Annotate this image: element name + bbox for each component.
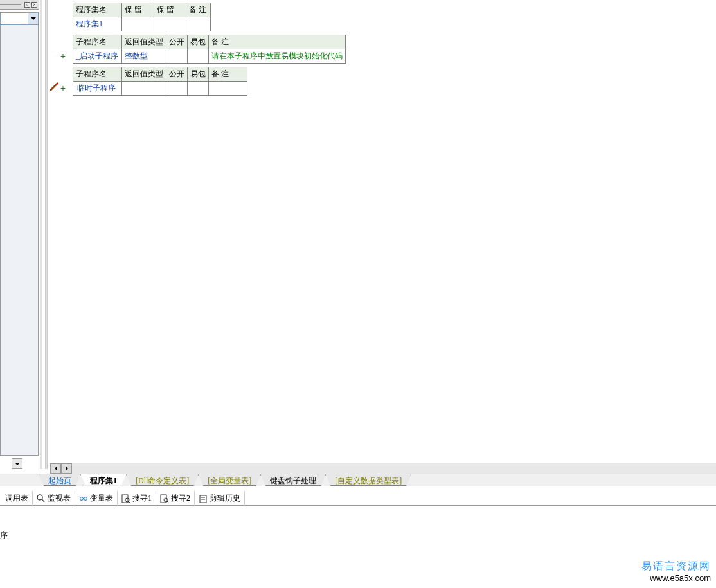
cell-return-type[interactable]: 整数型: [122, 49, 166, 64]
search-page-icon: [121, 494, 130, 503]
cell-empty[interactable]: [188, 49, 209, 64]
cell-note[interactable]: 请在本子程序中放置易模块初始化代码: [209, 49, 346, 64]
tab-global-vars[interactable]: [全局变量表]: [198, 474, 261, 486]
col-return-type: 返回值类型: [122, 35, 166, 49]
cell-sub-name[interactable]: _启动子程序: [73, 49, 122, 64]
tool-clip-label: 剪辑历史: [210, 493, 240, 504]
cell-empty[interactable]: [166, 82, 188, 96]
text-cursor: [76, 85, 76, 93]
tab-assembly-1[interactable]: 程序集1: [80, 474, 127, 485]
table-row[interactable]: 程序集1: [73, 17, 211, 31]
cell-empty[interactable]: [166, 49, 188, 64]
cell-empty[interactable]: [188, 82, 209, 96]
tool-clip-history[interactable]: 剪辑历史: [195, 491, 245, 506]
cell-empty[interactable]: [154, 17, 186, 31]
cell-empty[interactable]: [209, 82, 247, 96]
panel-titlebar: ▫ ×: [0, 0, 39, 10]
scroll-left-button[interactable]: [50, 463, 61, 474]
svg-line-10: [167, 501, 168, 503]
tool-search-2[interactable]: 搜寻2: [156, 491, 195, 506]
glasses-icon: [79, 494, 88, 503]
tool-var-label: 变量表: [90, 493, 113, 504]
panel-dock-button[interactable]: ▫: [24, 2, 30, 8]
svg-point-2: [80, 497, 84, 500]
horizontal-scrollbar[interactable]: [50, 463, 716, 474]
dropdown-arrow-icon[interactable]: [28, 13, 38, 24]
tool-search2-label: 搜寻2: [171, 493, 190, 504]
file-tab-bar: 起始页 程序集1 [Dll命令定义表] [全局变量表] 键盘钩子处理 [自定义数…: [0, 474, 716, 486]
cell-assembly-name[interactable]: 程序集1: [73, 17, 122, 31]
col-note: 备 注: [209, 67, 247, 82]
tool-var-table[interactable]: 变量表: [75, 491, 118, 506]
tool-search1-label: 搜寻1: [132, 493, 152, 504]
svg-point-3: [84, 497, 87, 500]
col-retain-1: 保 留: [122, 3, 154, 17]
panel-body: [0, 25, 39, 456]
clipboard-icon: [199, 494, 208, 503]
col-package: 易包: [188, 35, 209, 49]
col-note: 备 注: [209, 35, 346, 49]
status-text: 序: [0, 530, 8, 541]
tab-keyboard-hook[interactable]: 键盘钩子处理: [260, 474, 326, 486]
edit-marker-icon: [50, 81, 60, 93]
tool-call-table[interactable]: 调用表: [1, 491, 33, 506]
subroutine-table-1: 子程序名 返回值类型 公开 易包 备 注 _启动子程序 整数型 请在本子程序中放…: [73, 35, 346, 64]
svg-rect-5: [122, 495, 128, 503]
table-header-row: 子程序名 返回值类型 公开 易包 备 注: [73, 67, 247, 82]
watermark-url: www.e5a5x.com: [641, 573, 711, 583]
search-page-icon: [160, 494, 169, 503]
tab-dll-commands[interactable]: [Dll命令定义表]: [126, 474, 199, 486]
panel-close-button[interactable]: ×: [31, 2, 37, 8]
cell-empty[interactable]: [122, 82, 166, 96]
col-note: 备 注: [186, 3, 211, 17]
col-package: 易包: [188, 67, 209, 82]
col-retain-2: 保 留: [154, 3, 186, 17]
tab-start-page[interactable]: 起始页: [39, 474, 81, 486]
panel-dropdown[interactable]: [0, 12, 39, 25]
vertical-divider-2[interactable]: [45, 0, 48, 469]
svg-line-1: [42, 499, 44, 502]
col-return-type: 返回值类型: [122, 67, 166, 82]
col-assembly-name: 程序集名: [73, 3, 122, 17]
watermark: 易语言资源网 www.e5a5x.com: [641, 560, 711, 583]
cell-empty[interactable]: [122, 17, 154, 31]
subroutine-table-2: 子程序名 返回值类型 公开 易包 备 注 临时子程序: [73, 67, 247, 96]
svg-rect-8: [161, 495, 166, 503]
col-sub-name: 子程序名: [73, 35, 122, 49]
col-public: 公开: [166, 67, 188, 82]
code-editor-area: 程序集名 保 留 保 留 备 注 程序集1 + 子程序名 返回值类型 公开 易包…: [50, 0, 716, 463]
svg-line-7: [129, 501, 130, 503]
expand-icon[interactable]: +: [60, 51, 66, 62]
tool-watch-label: 监视表: [48, 493, 71, 504]
cell-sub-name-editing[interactable]: 临时子程序: [73, 82, 122, 96]
tab-custom-types[interactable]: [自定义数据类型表]: [325, 474, 411, 486]
table-row[interactable]: _启动子程序 整数型 请在本子程序中放置易模块初始化代码: [73, 49, 346, 64]
svg-point-0: [37, 495, 42, 500]
watermark-title: 易语言资源网: [641, 560, 711, 573]
magnifier-icon: [37, 494, 46, 503]
titlebar-line: [0, 4, 21, 5]
table-row[interactable]: 临时子程序: [73, 82, 247, 96]
panel-combo-button[interactable]: [12, 458, 22, 469]
table-header-row: 子程序名 返回值类型 公开 易包 备 注: [73, 35, 346, 49]
expand-icon[interactable]: +: [60, 84, 66, 94]
tool-watch-table[interactable]: 监视表: [33, 491, 75, 506]
tool-tab-bar: 调用表 监视表 变量表 搜寻1 搜寻2 剪辑历史: [0, 492, 716, 506]
cell-empty[interactable]: [186, 17, 211, 31]
assembly-table: 程序集名 保 留 保 留 备 注 程序集1: [73, 3, 211, 31]
tool-search-1[interactable]: 搜寻1: [118, 491, 156, 506]
scroll-right-button[interactable]: [61, 463, 72, 474]
col-sub-name: 子程序名: [73, 67, 122, 82]
vertical-divider[interactable]: [40, 0, 42, 469]
tool-call-label: 调用表: [5, 493, 28, 504]
col-public: 公开: [166, 35, 188, 49]
left-panel: ▫ ×: [0, 0, 39, 469]
table-header-row: 程序集名 保 留 保 留 备 注: [73, 3, 211, 17]
